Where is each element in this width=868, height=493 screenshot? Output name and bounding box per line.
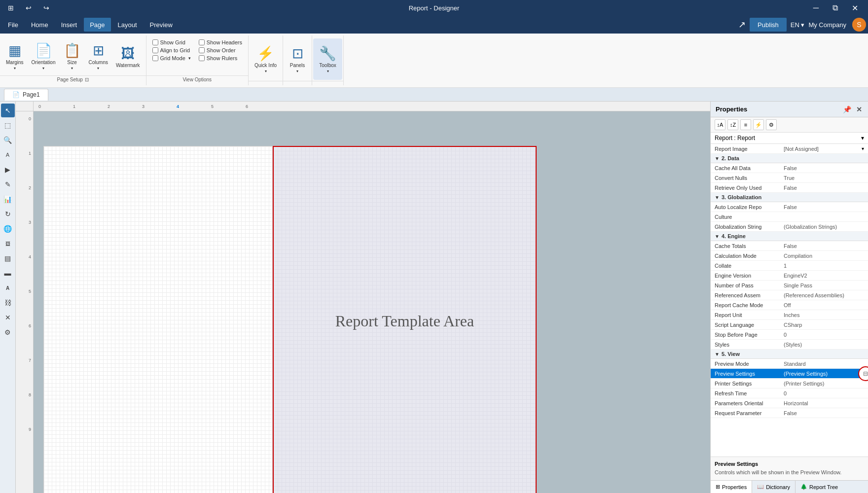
page-setup-group-title: Page Setup ⊡ <box>0 75 146 83</box>
prop-key-culture: Culture <box>715 214 784 220</box>
menu-page[interactable]: Page <box>84 18 110 32</box>
sidebar-textbox-tool[interactable]: A <box>1 281 15 295</box>
tab-page1[interactable]: 📄 Page1 <box>4 89 48 101</box>
grid-mode-checkbox[interactable] <box>152 55 158 61</box>
prop-row-script-lang: Script Language CSharp <box>711 320 868 330</box>
show-headers-label: Show Headers <box>207 39 242 45</box>
title-bar: ⊞ ↩ ↪ Report - Designer ─ ⧉ ✕ <box>0 0 868 16</box>
gear-prop-btn[interactable]: ⚙ <box>766 119 777 130</box>
grid-mode-row[interactable]: Grid Mode ▾ <box>150 54 193 62</box>
sidebar-chart-tool[interactable]: 📊 <box>1 192 15 206</box>
section-engine-label: 4. Engine <box>722 233 746 239</box>
publish-button[interactable]: Publish <box>750 18 787 32</box>
sidebar-gear-tool[interactable]: ⚙ <box>1 325 15 339</box>
sidebar-link-tool[interactable]: ⛓ <box>1 296 15 310</box>
report-content-area[interactable]: Report Template Area <box>273 146 537 493</box>
prop-row-params-orient: Parameters Oriental Horizontal <box>711 398 868 408</box>
prop-val-styles: (Styles) <box>784 342 864 348</box>
sidebar-x-tool[interactable]: ✕ <box>1 311 15 324</box>
orientation-button[interactable]: 📄 Orientation ▾ <box>28 37 60 75</box>
prop-key-report-unit: Report Unit <box>715 312 784 318</box>
show-rulers-checkbox[interactable] <box>199 55 205 61</box>
sidebar-pointer-tool[interactable]: ↖ <box>1 104 15 117</box>
preview-settings-circle: ⊟ <box>858 366 868 381</box>
watermark-button[interactable]: 🖼 Watermark <box>112 37 144 75</box>
prop-row-preview-mode: Preview Mode Standard <box>711 359 868 369</box>
sidebar-zoom-tool[interactable]: 🔍 <box>1 133 15 147</box>
show-grid-checkbox[interactable] <box>152 39 158 45</box>
show-grid-row[interactable]: Show Grid <box>150 38 193 46</box>
prop-row-preview-settings[interactable]: Preview Settings (Preview Settings) ⊟ <box>711 369 868 379</box>
prop-val-auto-localize: False <box>784 204 864 210</box>
minimize-btn[interactable]: ─ <box>807 0 825 16</box>
quick-info-button[interactable]: ⚡ Quick Info ▾ <box>251 37 281 81</box>
prop-row-request-param: Request Parameter False <box>711 408 868 418</box>
sort-za-btn[interactable]: ↕Z <box>727 119 738 130</box>
ribbon: ▦ Margins ▾ 📄 Orientation ▾ 📋 Size ▾ ⊞ C… <box>0 34 868 88</box>
show-headers-row[interactable]: Show Headers <box>197 38 244 46</box>
menu-layout[interactable]: Layout <box>112 18 143 32</box>
user-avatar[interactable]: S <box>852 18 866 32</box>
sidebar-text-tool[interactable]: A <box>1 148 15 162</box>
align-to-grid-row[interactable]: Align to Grid <box>150 46 193 54</box>
prop-section-view[interactable]: ▼ 5. View <box>711 350 868 359</box>
properties-dropdown[interactable]: Report : Report ▾ <box>711 133 868 144</box>
prop-tab-report-tree[interactable]: 🌲 Report Tree <box>796 481 843 493</box>
close-btn[interactable]: ✕ <box>846 0 864 16</box>
prop-section-globalization[interactable]: ▼ 3. Globalization <box>711 193 868 202</box>
properties-toolbar: ↕A ↕Z ≡ ⚡ ⚙ <box>711 117 868 133</box>
menu-file[interactable]: File <box>2 18 24 32</box>
show-order-checkbox[interactable] <box>199 47 205 53</box>
show-order-row[interactable]: Show Order <box>197 46 244 54</box>
category-btn[interactable]: ≡ <box>740 119 751 130</box>
page-setup-expand-icon[interactable]: ⊡ <box>85 77 89 82</box>
prop-tab-properties[interactable]: ⊞ Properties <box>711 481 752 493</box>
show-rulers-row[interactable]: Show Rulers <box>197 54 244 62</box>
ruler-v-7: 7 <box>29 358 31 363</box>
size-label: Size <box>67 60 76 65</box>
panels-button[interactable]: ⊡ Panels ▾ <box>285 37 310 81</box>
view-options-label: View Options <box>182 77 212 82</box>
sidebar-select-tool[interactable]: ⬚ <box>1 118 15 132</box>
app-icon-btn[interactable]: ⊞ <box>4 2 18 14</box>
prop-section-engine[interactable]: ▼ 4. Engine <box>711 232 868 241</box>
pin-icon[interactable]: 📌 <box>842 105 852 114</box>
menu-home[interactable]: Home <box>25 18 54 32</box>
undo-btn[interactable]: ↩ <box>22 2 36 14</box>
sidebar-web-tool[interactable]: 🌐 <box>1 222 15 236</box>
sidebar-image-tool[interactable]: 🖼 <box>1 237 15 250</box>
ruler-v-2: 2 <box>29 185 31 190</box>
grid-mode-dropdown[interactable]: ▾ <box>188 56 191 61</box>
columns-button[interactable]: ⊞ Columns ▾ <box>85 37 112 75</box>
prop-dropdown-icon[interactable]: ▾ <box>862 146 864 151</box>
prop-key-stop-before: Stop Before Page <box>715 332 784 338</box>
size-button[interactable]: 📋 Size ▾ <box>60 37 85 75</box>
lightning-btn[interactable]: ⚡ <box>753 119 764 130</box>
show-headers-checkbox[interactable] <box>199 39 205 45</box>
sort-az-btn[interactable]: ↕A <box>715 119 725 130</box>
menu-insert[interactable]: Insert <box>55 18 83 32</box>
toolbox-button[interactable]: 🔧 Toolbox ▾ <box>315 38 340 80</box>
ruler-v-8: 8 <box>29 392 31 397</box>
share-icon[interactable]: ↗ <box>738 19 746 30</box>
sidebar-draw-tool[interactable]: ✎ <box>1 177 15 191</box>
close-properties-icon[interactable]: ✕ <box>855 105 863 114</box>
prop-row-report-image: Report Image [Not Assigned] ▾ <box>711 144 868 154</box>
sidebar-minus-tool[interactable]: ▬ <box>1 266 15 280</box>
size-icon: 📋 <box>64 42 81 59</box>
ruler-row: 0 1 2 3 4 5 6 <box>16 102 710 111</box>
align-to-grid-checkbox[interactable] <box>152 47 158 53</box>
canvas-scroll-area[interactable]: 0 1 2 3 4 5 6 7 8 9 <box>16 111 710 493</box>
margins-button[interactable]: ▦ Margins ▾ <box>2 37 28 75</box>
restore-btn[interactable]: ⧉ <box>827 0 844 16</box>
language-selector[interactable]: EN ▾ <box>791 21 805 29</box>
redo-btn[interactable]: ↪ <box>39 2 53 14</box>
prop-tab-dictionary[interactable]: 📖 Dictionary <box>752 481 796 493</box>
sidebar-table-tool[interactable]: ▤ <box>1 251 15 265</box>
prop-section-data[interactable]: ▼ 2. Data <box>711 154 868 163</box>
sidebar-expand-tool[interactable]: ▶ <box>1 163 15 176</box>
prop-val-collate: 1 <box>784 263 864 269</box>
menu-preview[interactable]: Preview <box>144 18 179 32</box>
sidebar-rotate-tool[interactable]: ↻ <box>1 207 15 221</box>
panels-label: Panels <box>290 63 305 68</box>
